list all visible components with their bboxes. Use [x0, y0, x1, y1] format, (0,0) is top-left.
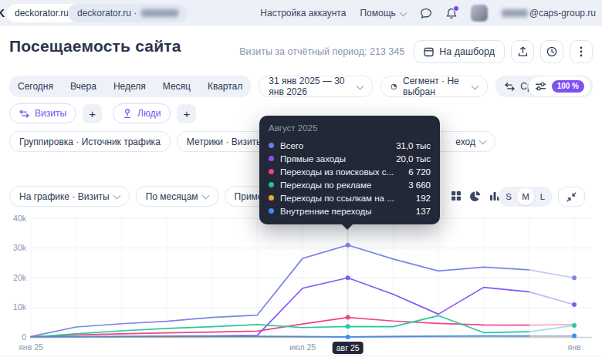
tooltip-row: Внутренние переходы137 [269, 204, 431, 217]
tooltip-series-label: Переходы по рекламе [280, 180, 402, 190]
tooltip-series-label: Всего [280, 141, 390, 150]
series-color-dot [269, 143, 274, 148]
series-color-dot [269, 182, 274, 187]
tooltip-series-label: Переходы из поисковых с... [280, 167, 402, 177]
tooltip-series-value: 6 720 [408, 167, 431, 177]
svg-text:10k: 10k [13, 302, 27, 312]
tooltip-title: Август 2025 [269, 123, 431, 133]
tooltip-series-value: 31,0 тыс [396, 141, 431, 150]
tooltip-arrow [341, 224, 353, 230]
tooltip-series-label: Внутренние переходы [280, 207, 410, 216]
tooltip-series-value: 20,0 тыс [396, 154, 431, 163]
series-color-dot [269, 208, 274, 214]
svg-text:0: 0 [22, 332, 26, 342]
tooltip-series-value: 3 660 [408, 180, 431, 190]
svg-text:янв: янв [567, 342, 580, 352]
tooltip-row: Всего31,0 тыс [269, 139, 431, 152]
series-color-dot [269, 169, 274, 174]
svg-text:40k: 40k [13, 214, 27, 223]
attribution-label: еход [455, 136, 475, 147]
tooltip-series-label: Прямые заходы [280, 154, 390, 163]
series-color-dot [269, 156, 274, 161]
metrica-app: 010k20k30k40kянв 25июл 25янвавг 25 K dec… [0, 0, 602, 364]
svg-text:янв 25: янв 25 [19, 342, 43, 352]
tooltip-series-label: Переходы по ссылкам на ... [280, 194, 410, 203]
tooltip-row: Переходы по ссылкам на ...192 [269, 191, 431, 204]
chart-tooltip: Август 2025 Всего31,0 тысПрямые заходы20… [259, 116, 440, 224]
tooltip-series-value: 137 [416, 207, 431, 216]
tooltip-row: Прямые заходы20,0 тыс [269, 152, 431, 165]
svg-text:30k: 30k [13, 243, 27, 252]
tooltip-series-value: 192 [416, 194, 431, 203]
tooltip-row: Переходы из поисковых с...6 720 [269, 165, 431, 178]
series-color-dot [269, 195, 274, 201]
svg-text:авг 25: авг 25 [337, 343, 360, 352]
chevron-down-icon [479, 137, 487, 145]
svg-text:20k: 20k [13, 273, 27, 282]
svg-text:июл 25: июл 25 [289, 342, 316, 352]
tooltip-row: Переходы по рекламе3 660 [269, 178, 431, 191]
tooltip-rows: Всего31,0 тысПрямые заходы20,0 тысПерехо… [269, 139, 431, 217]
